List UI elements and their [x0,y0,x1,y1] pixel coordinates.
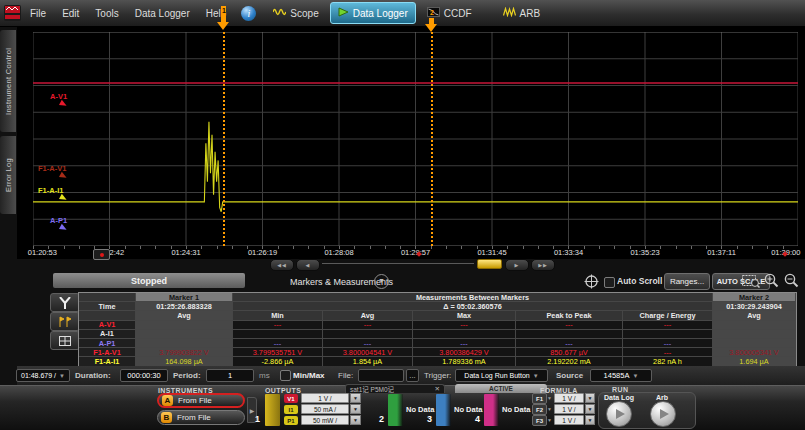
marker-tool-button[interactable] [50,293,80,312]
scroll-right-button[interactable]: ▶ [505,259,529,271]
waveform-plot[interactable] [33,32,798,246]
formula-f3-dropdown[interactable]: ▼ [585,415,595,425]
table-view-button[interactable] [50,331,80,350]
tab-label: Scope [290,8,318,19]
instrument-a-from-file-button[interactable]: A From File [157,393,245,408]
formula-f2-value[interactable]: 1 V / [554,404,584,414]
scrollbar-thumb[interactable] [477,259,502,269]
menu-item-tools[interactable]: Tools [95,8,118,19]
output-p1-range-value[interactable]: 50 mW / [301,415,349,425]
x-tick-label: 01:29:57 [401,248,430,257]
active-session-tab[interactable]: ACTIVE [455,384,547,393]
formula-f2-dropdown[interactable]: ▼ [585,404,595,414]
period-label: Period: [173,371,201,380]
marker1-value: 3.799903822 V [136,348,233,357]
marker-pair-button[interactable] [50,312,80,331]
minmax-label: Min/Max [293,371,325,380]
output-p1-range-dropdown[interactable]: ▼ [350,415,361,425]
sidebar-tab-error-log[interactable]: Error Log [0,136,16,214]
formula-f1-badge[interactable]: F1 [532,393,547,404]
ranges-button[interactable]: Ranges... [664,273,710,290]
period-input[interactable]: 1 [206,369,254,382]
trigger-dropdown[interactable]: Data Log Run Button▼ [455,369,548,382]
sine-icon [273,7,286,19]
x-tick-label: 01:26:19 [248,248,277,257]
instrument-b-from-file-button[interactable]: B From File [157,410,245,425]
measurement-value [623,330,713,339]
measurement-value: --- [516,339,623,348]
tab-scope[interactable]: Scope [265,2,326,24]
scroll-far-left-button[interactable]: ◀◀ [270,259,294,271]
output-3-bar[interactable] [436,394,451,426]
tab-data-logger[interactable]: Data Logger [330,2,416,24]
formula-f2-badge[interactable]: F2 [532,404,547,415]
mode-tabs: ScopeData LoggerCCDFARB [265,2,548,24]
formula-f3-badge[interactable]: F3 [532,415,547,426]
scrollbar-track[interactable] [322,263,474,264]
formula-f3-carat[interactable]: ▼ [547,417,552,423]
file-session-tab[interactable]: sat1记 P5M0记✕ [345,384,445,393]
arb-icon [503,7,516,19]
scroll-left-button[interactable]: ◀ [296,259,320,271]
menu-item-edit[interactable]: Edit [62,8,79,19]
measurement-value [323,330,413,339]
formula-f1-value[interactable]: 1 V / [554,393,584,403]
zoom-in-icon[interactable] [764,273,779,292]
datalog-play-button[interactable] [606,401,632,427]
measurement-value: --- [516,321,623,330]
output-1-number: 1 [255,414,260,424]
menu-items: FileEditToolsData LoggerHelp [30,8,226,19]
output-2-bar[interactable] [388,394,403,426]
tab-ccdf[interactable]: CCDF [419,2,480,24]
info-icon[interactable]: i [241,6,256,21]
output-1-bar[interactable] [265,394,280,426]
measurement-value: 3.800386429 V [413,348,516,357]
marker-2-line[interactable] [431,32,433,246]
output-v1-range-dropdown[interactable]: ▼ [350,393,361,403]
elapsed-time-dropdown[interactable]: 01:48.679 /▼ [16,369,70,382]
formula-f1-dropdown[interactable]: ▼ [585,393,595,403]
marker2-value [713,321,796,330]
tab-label: Data Logger [353,8,408,19]
marker-2-number: 2 [430,9,434,16]
output-4-bar[interactable] [484,394,499,426]
formula-f1-carat[interactable]: ▼ [547,395,552,401]
output-v1-range-value[interactable]: 1 V / [301,393,349,403]
zoom-out-icon[interactable] [784,273,799,292]
chevron-down-icon[interactable]: ▼ [374,274,389,289]
source-dropdown[interactable]: 14585A▼ [590,369,652,382]
arb-play-button[interactable] [650,401,676,427]
output-2-no-data-label: No Data [406,405,434,414]
formula-f2-carat[interactable]: ▼ [547,406,552,412]
measurement-value: --- [323,321,413,330]
marker2-value: 3.800005341 V [713,348,796,357]
marker-1-line[interactable] [223,32,225,246]
period-unit: ms [259,371,270,380]
menu-item-data-logger[interactable]: Data Logger [135,8,190,19]
measurement-value: 3.800004541 V [323,348,413,357]
auto-scale-button[interactable]: AUTO SCALE [712,273,770,290]
source-label: Source [556,371,583,380]
column-header: Avg [323,311,413,320]
column-header: Min [233,311,323,320]
scroll-far-right-button[interactable]: ▶▶ [531,259,555,271]
zoom-window-icon[interactable] [742,274,760,292]
menu-item-file[interactable]: File [30,8,46,19]
tab-arb[interactable]: ARB [495,2,549,24]
measurement-value: --- [233,339,323,348]
minmax-checkbox[interactable] [280,370,291,381]
browse-button[interactable]: ... [406,369,419,382]
output-i1-range-value[interactable]: 50 mA / [301,404,349,414]
measurement-value: --- [413,339,516,348]
fit-view-icon[interactable] [584,274,599,293]
tab-label: ARB [520,8,541,19]
output-i1-range-dropdown[interactable]: ▼ [350,404,361,414]
record-indicator-icon [93,249,110,260]
close-icon[interactable]: ✕ [435,385,440,393]
sidebar-tab-instrument-control[interactable]: Instrument Control [0,30,16,132]
auto-scroll-checkbox[interactable] [604,277,615,288]
formula-f3-value[interactable]: 1 V / [554,415,584,425]
duration-value[interactable]: 000:00:30 [120,369,168,382]
file-input[interactable] [358,369,404,382]
output-badge-v1: V1 [284,394,298,403]
